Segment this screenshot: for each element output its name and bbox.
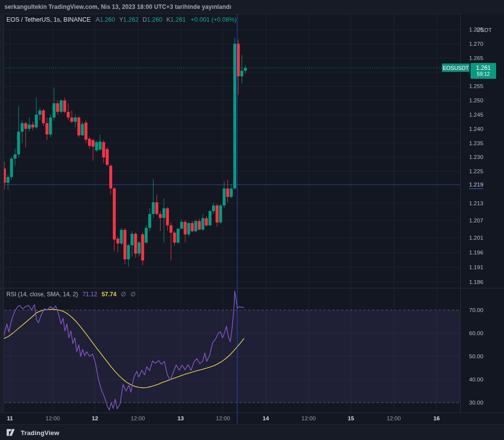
- price-axis-label: 1.245: [469, 111, 483, 119]
- time-axis[interactable]: 1112:001212:001312:001412:001512:0016: [0, 413, 460, 424]
- candle-body: [222, 189, 225, 206]
- candle-body: [67, 112, 70, 118]
- last-price-badge: 1.261 59:12: [471, 63, 496, 79]
- time-axis-divider: [0, 412, 504, 413]
- symbol-title[interactable]: EOS / TetherUS, 1s, BINANCE: [6, 16, 91, 23]
- badge-countdown: 59:12: [477, 71, 490, 77]
- candle-body: [120, 230, 123, 244]
- time-label-hour: 12:00: [302, 415, 316, 421]
- publication-vline: [237, 413, 238, 424]
- pane-divider[interactable]: [0, 288, 504, 288]
- candle-body: [194, 221, 197, 231]
- ohlc-pair: K1.261: [166, 16, 186, 23]
- candle-body: [95, 142, 98, 151]
- price-axis-label: 1.213: [469, 199, 483, 207]
- price-axis-label: 1.270: [469, 40, 483, 48]
- candle-body: [130, 234, 133, 245]
- candle-body: [212, 205, 215, 211]
- candle-body: [32, 125, 34, 127]
- price-axis-label: 1.191: [469, 263, 483, 271]
- tradingview-logo-icon[interactable]: [6, 429, 17, 437]
- symbol-price-tag: EOSUSDT: [442, 63, 470, 72]
- rsi-axis-label: 70.00: [469, 306, 483, 314]
- price-pane[interactable]: [0, 14, 460, 288]
- candle-body: [10, 158, 13, 177]
- ohlc-pair: Y1.262: [119, 16, 139, 23]
- candle-body: [45, 123, 48, 134]
- candle-body: [152, 202, 155, 214]
- candle-body: [134, 234, 137, 253]
- rsi-value: 71.12: [82, 291, 97, 298]
- candle-body: [106, 149, 109, 165]
- time-label-day: 12: [92, 415, 98, 421]
- ohlc-pair: A1.260: [95, 16, 115, 23]
- candle-body: [92, 140, 94, 147]
- candle-body: [70, 118, 73, 122]
- time-label-hour: 12:00: [216, 415, 230, 421]
- candle-body: [173, 233, 176, 243]
- price-axis-label: 1.219: [469, 181, 483, 189]
- time-label-day: 16: [434, 415, 440, 421]
- price-axis-label: 1.196: [469, 249, 483, 256]
- candle-body: [127, 245, 130, 259]
- candle-body: [240, 71, 243, 77]
- candle-body: [201, 218, 204, 229]
- rsi-axis-label: 40.00: [469, 376, 483, 383]
- candle-body: [102, 142, 105, 157]
- candle-body: [21, 123, 24, 131]
- footer-brand-text[interactable]: TradingView: [21, 429, 60, 437]
- candle-body: [219, 205, 222, 222]
- candle-body: [24, 123, 27, 129]
- price-axis-label: 1.265: [469, 54, 483, 62]
- price-axis-label: 1.230: [469, 153, 483, 161]
- candle-body: [109, 166, 112, 189]
- rsi-axis-label: 50.00: [469, 352, 483, 360]
- candle-body: [124, 230, 126, 259]
- candle-body: [156, 202, 158, 214]
- price-axis-label: 1.275: [469, 26, 483, 33]
- time-label-day: 13: [178, 415, 184, 421]
- candle-body: [145, 228, 148, 243]
- candle-body: [35, 115, 38, 127]
- candle-body: [209, 211, 212, 225]
- time-label-hour: 12:00: [46, 415, 60, 421]
- candle-body: [42, 110, 45, 123]
- candle-body: [244, 68, 247, 71]
- badge-symbol-text: EOSUSDT: [442, 65, 469, 71]
- candle-body: [177, 229, 180, 243]
- candle-body: [233, 44, 236, 189]
- symbol-legend: EOS / TetherUS, 1s, BINANCE A1.260Y1.262…: [6, 15, 237, 24]
- price-grid: [0, 14, 460, 288]
- candle-body: [88, 139, 91, 146]
- candle-body: [53, 103, 56, 118]
- candle-body: [116, 239, 119, 244]
- candle-body: [98, 142, 101, 150]
- empty-set-icon: ∅: [121, 291, 126, 298]
- rsi-axis-label: 30.00: [469, 399, 483, 407]
- candle-body: [113, 189, 116, 240]
- change-value: +0.001 (+0.08%): [191, 16, 237, 23]
- price-axis-label: 1.201: [469, 234, 483, 242]
- candle-body: [81, 124, 84, 135]
- candle-body: [14, 155, 17, 159]
- candle-body: [77, 118, 80, 135]
- candle-body: [28, 125, 31, 129]
- rsi-sma-value: 57.74: [101, 291, 116, 298]
- candle-body: [74, 118, 77, 122]
- candle-body: [38, 110, 41, 115]
- rsi-title[interactable]: RSI (14, close, SMA, 14, 2): [6, 291, 78, 298]
- price-axis-label: 1.207: [469, 217, 483, 224]
- candle-body: [226, 189, 229, 197]
- time-label-day: 15: [348, 415, 354, 421]
- candle-body: [60, 100, 63, 112]
- candle-body: [49, 118, 52, 135]
- price-axis-label: 1.186: [469, 278, 483, 286]
- candle-body: [159, 214, 162, 218]
- badge-price: 1.261: [476, 65, 491, 71]
- price-axis-label: 1.235: [469, 139, 483, 147]
- rsi-axis-label: 60.00: [469, 329, 483, 337]
- candle-body: [169, 225, 172, 233]
- candle-body: [138, 242, 141, 253]
- price-axis-label: 1.250: [469, 96, 483, 104]
- rsi-pane[interactable]: [0, 288, 460, 412]
